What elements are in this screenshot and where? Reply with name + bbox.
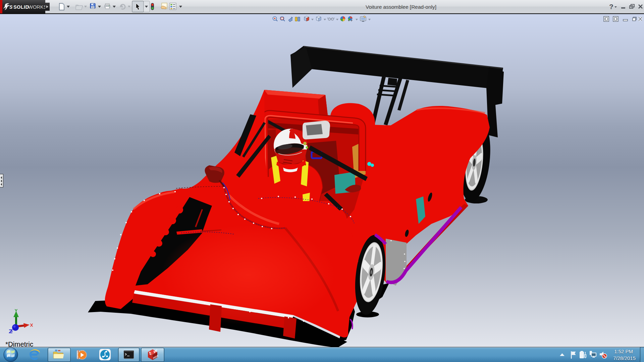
svg-text:?: ? — [609, 3, 613, 10]
svg-text:SOLID: SOLID — [13, 4, 29, 10]
svg-text:WORKS: WORKS — [28, 4, 45, 10]
svg-text:S: S — [9, 4, 13, 10]
